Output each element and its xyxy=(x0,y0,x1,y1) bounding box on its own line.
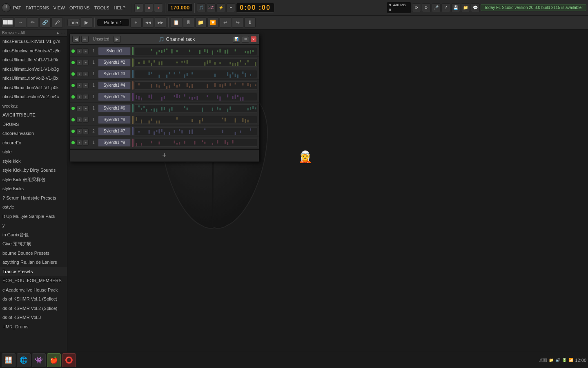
sidebar-item-18[interactable]: ostyle xyxy=(0,202,67,212)
menu-view[interactable]: VIEW xyxy=(51,4,67,11)
tb2-btn-playlist[interactable]: 📋 xyxy=(171,17,182,28)
ch-solo-2[interactable]: ● xyxy=(83,71,89,77)
tb-right-btn7[interactable]: 💬 xyxy=(471,3,480,12)
sidebar-item-29[interactable]: ds of KSHMR Vol.2 (Splice) xyxy=(0,304,67,313)
ch-led-5[interactable] xyxy=(71,107,75,110)
ch-solo-7[interactable]: ● xyxy=(83,128,89,134)
record-button[interactable]: ● xyxy=(154,3,163,12)
sidebar-item-16[interactable]: style Kicks xyxy=(0,184,67,193)
tb2-btn-pattern-add[interactable]: + xyxy=(130,17,142,28)
ch-solo-3[interactable]: ● xyxy=(83,83,89,88)
ch-led-6[interactable] xyxy=(71,118,75,121)
sidebar-item-20[interactable]: y xyxy=(0,221,67,230)
ch-pattern-5[interactable] xyxy=(135,104,257,112)
ch-mute-2[interactable]: ● xyxy=(76,71,82,77)
play-button[interactable]: ▶ xyxy=(134,3,143,12)
tb-mode-btn1[interactable]: 🎵 xyxy=(197,3,206,12)
sidebar-item-1[interactable]: nticsShockw..neShots-V1-j8c xyxy=(0,46,67,56)
ch-pattern-7[interactable] xyxy=(135,127,257,135)
sidebar-item-8[interactable]: AVICII TRIBUTE xyxy=(0,110,67,120)
sidebar-item-14[interactable]: style Kick..by Dirty Sounds xyxy=(0,166,67,175)
sidebar-item-23[interactable]: bourne Bounce Presets xyxy=(0,249,67,258)
ch-name-btn-6[interactable]: Sylenth1 #8 xyxy=(98,116,131,124)
taskbar-icon4[interactable]: 📶 xyxy=(568,358,573,362)
ch-name-btn-2[interactable]: Sylenth1 #3 xyxy=(98,70,131,78)
fl-logo-btn[interactable] xyxy=(2,3,11,12)
cr-grid-btn[interactable]: ⊞ xyxy=(242,36,249,43)
tb2-btn-download[interactable]: ⬇ xyxy=(244,17,256,28)
sidebar-item-4[interactable]: nticsUltimat..tionVol2-V1-j8x xyxy=(0,74,67,83)
ch-led-0[interactable] xyxy=(71,49,75,53)
sidebar-item-0[interactable]: nticsPercuss..lkitVol1-V1-g7s xyxy=(0,37,67,46)
tb-mode-btn4[interactable]: + xyxy=(226,3,235,12)
ch-pattern-3[interactable] xyxy=(135,81,257,90)
ch-mute-1[interactable]: ● xyxy=(76,60,82,65)
sidebar-menu-icon[interactable]: ⋯ xyxy=(61,31,65,35)
tb2-btn-chain[interactable]: 🔗 xyxy=(39,17,51,28)
ch-mute-3[interactable]: ● xyxy=(76,83,82,88)
sidebar-item-5[interactable]: nticsUltima..tionVol1-V1-p0k xyxy=(0,83,67,92)
cr-unsorted-label[interactable]: Unsorted xyxy=(90,37,112,41)
tb-right-btn3[interactable]: 🎤 xyxy=(432,3,441,12)
ch-solo-4[interactable]: ● xyxy=(83,94,89,100)
taskbar-btn-chrome[interactable]: 🌐 xyxy=(17,353,31,367)
sidebar-item-30[interactable]: ds of KSHMR Vol.3 xyxy=(0,313,67,322)
tb2-btn-mixer2[interactable]: 🎚 xyxy=(183,17,194,28)
sidebar-item-2[interactable]: nticsUltimat..lkitVol1-V1-b9k xyxy=(0,55,67,65)
cr-stats-btn[interactable]: 📊 xyxy=(233,36,240,43)
sidebar-item-17[interactable]: ? Serum Hardstyle Presets xyxy=(0,193,67,203)
menu-help[interactable]: HELP xyxy=(112,4,128,11)
tb2-btn-mixer[interactable]: ⬜⬜ xyxy=(2,17,14,28)
taskbar-btn-fl[interactable]: 🍎 xyxy=(47,353,61,367)
tb2-btn-pattern-left[interactable]: ◀◀ xyxy=(143,17,154,28)
ch-name-btn-5[interactable]: Sylenth1 #6 xyxy=(98,104,131,112)
pattern-display[interactable]: Pattern 1 xyxy=(97,19,129,26)
ch-solo-5[interactable]: ● xyxy=(83,105,89,111)
ch-mute-7[interactable]: ● xyxy=(76,128,82,134)
ch-pattern-4[interactable] xyxy=(135,93,257,101)
ch-led-7[interactable] xyxy=(71,130,75,133)
menu-pat[interactable]: PAT xyxy=(11,4,23,11)
cr-add-channel-btn[interactable]: + xyxy=(70,149,259,162)
tb2-btn-redo[interactable]: ↪ xyxy=(232,17,243,28)
sidebar-item-19[interactable]: It Up Mu..yle Sample Pack xyxy=(0,212,67,221)
ch-name-btn-8[interactable]: Sylenth1 #9 xyxy=(98,139,131,147)
cr-close-btn[interactable]: ✕ xyxy=(251,36,256,42)
sidebar-item-7[interactable]: weekaz xyxy=(0,101,67,111)
sidebar-item-21[interactable]: in Garrix音包 xyxy=(0,230,67,240)
sidebar-item-9[interactable]: DRUMS xyxy=(0,120,67,129)
sidebar-item-11[interactable]: chcoreEx xyxy=(0,138,67,148)
sidebar-item-10[interactable]: chcore.Invasion xyxy=(0,129,67,138)
ch-mute-5[interactable]: ● xyxy=(76,105,82,111)
ch-name-btn-7[interactable]: Sylenth1 #7 xyxy=(98,127,131,135)
tb-right-btn5[interactable]: 💾 xyxy=(451,3,460,12)
sidebar-item-3[interactable]: nticsUltimat..ionVol1-V1-b3g xyxy=(0,65,67,74)
ch-mute-6[interactable]: ● xyxy=(76,117,82,123)
line-select[interactable]: Line xyxy=(67,19,80,26)
tb2-btn-filter[interactable]: 🔽 xyxy=(207,17,219,28)
taskbar-icon3[interactable]: 🔋 xyxy=(562,358,567,362)
sidebar-item-22[interactable]: Give 预制扩展 xyxy=(0,239,67,249)
ch-led-4[interactable] xyxy=(71,95,75,99)
ch-name-btn-3[interactable]: Sylenth1 #4 xyxy=(98,81,131,90)
sidebar-item-12[interactable]: style xyxy=(0,147,67,157)
bpm-display[interactable]: 170.000 xyxy=(167,3,192,12)
ch-led-3[interactable] xyxy=(71,84,75,87)
ch-solo-1[interactable]: ● xyxy=(83,60,89,65)
sidebar-item-31[interactable]: HMR_Drums xyxy=(0,322,67,332)
tb2-btn-paint[interactable]: 🖌 xyxy=(51,17,63,28)
ch-name-btn-1[interactable]: Sylenth1 #2 xyxy=(98,58,131,67)
ch-pattern-6[interactable] xyxy=(135,116,257,124)
ch-pattern-2[interactable] xyxy=(135,70,257,78)
cr-nav-right[interactable]: ↩ xyxy=(81,36,89,43)
taskbar-icon1[interactable]: 📁 xyxy=(549,358,554,362)
ch-mute-8[interactable]: ● xyxy=(76,140,82,146)
taskbar-icon2[interactable]: 🔊 xyxy=(555,358,560,362)
tb2-btn-undo[interactable]: ↩ xyxy=(220,17,231,28)
stop-button[interactable]: ■ xyxy=(144,3,153,12)
ch-name-btn-4[interactable]: Sylenth1 #5 xyxy=(98,93,131,101)
menu-options[interactable]: OPTIONS xyxy=(67,4,92,11)
menu-tools[interactable]: TOOLS xyxy=(92,4,111,11)
sidebar-item-13[interactable]: style kick xyxy=(0,157,67,166)
menu-patterns[interactable]: PATTERNS xyxy=(24,4,51,11)
